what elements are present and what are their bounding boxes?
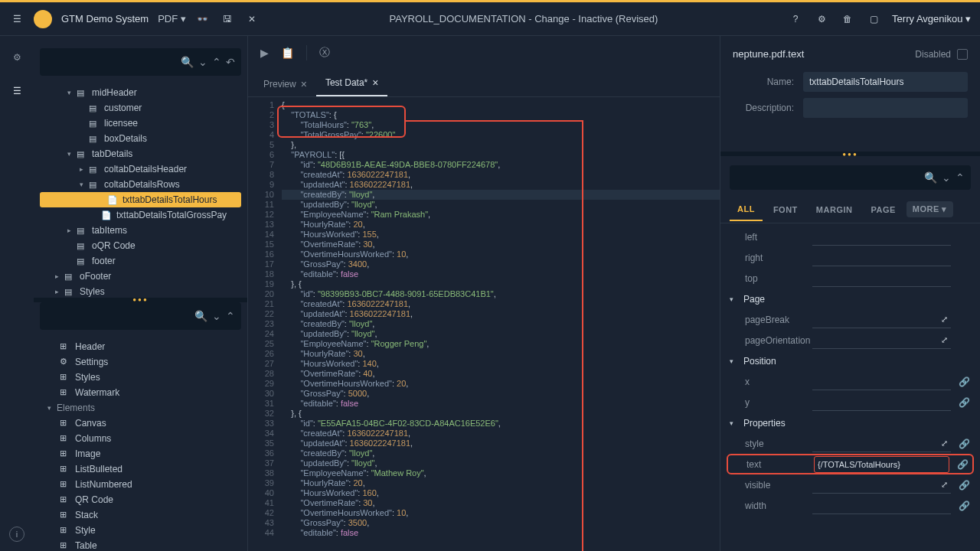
- link-icon[interactable]: 🔗: [957, 499, 971, 513]
- name-field[interactable]: [803, 72, 968, 92]
- prop-tabs: ALLFONTMARGINPAGEMORE ▾: [720, 196, 980, 223]
- prop-tab[interactable]: FONT: [766, 199, 805, 220]
- expand-icon[interactable]: ⤢: [941, 315, 948, 324]
- expand-down-icon[interactable]: ⌄: [942, 171, 951, 184]
- tree-item[interactable]: ▾▤coltabDetailsRows: [34, 177, 247, 192]
- palette-item[interactable]: ⊞Style: [34, 523, 247, 538]
- prop-value[interactable]: [812, 229, 951, 246]
- prop-search-input[interactable]: [736, 172, 920, 184]
- expand-up-icon[interactable]: ⌃: [226, 310, 235, 322]
- palette-item[interactable]: ⊞Stack: [34, 507, 247, 523]
- tree-item[interactable]: ▤boxDetails: [34, 131, 247, 146]
- splitter[interactable]: ●●●: [34, 298, 247, 302]
- help-icon[interactable]: ?: [788, 11, 803, 27]
- hamburger-icon[interactable]: ☰: [9, 11, 24, 27]
- tab[interactable]: Preview×: [254, 72, 316, 96]
- palette-item[interactable]: ⚙Settings: [34, 354, 247, 370]
- palette-item[interactable]: ⊞Watermark: [34, 385, 247, 400]
- close-icon[interactable]: ×: [372, 77, 378, 89]
- search-icon[interactable]: 🔍: [194, 310, 207, 322]
- link-icon[interactable]: 🔗: [957, 478, 971, 492]
- prop-tab[interactable]: PAGE: [863, 199, 903, 220]
- link-icon[interactable]: 🔗: [956, 458, 969, 471]
- tree-item[interactable]: 📄txttabDetailsTotalHours: [40, 192, 241, 207]
- info-icon[interactable]: i: [9, 527, 24, 542]
- tree-item[interactable]: ▤oQR Code: [34, 238, 247, 253]
- expand-icon[interactable]: ⤢: [941, 335, 948, 345]
- settings-icon[interactable]: ⚙: [814, 11, 829, 27]
- prop-group[interactable]: ▾Page: [720, 289, 980, 309]
- tree-item[interactable]: ▤licensee: [34, 116, 247, 131]
- prop-tab[interactable]: MORE ▾: [906, 201, 953, 217]
- palette-item[interactable]: ⊞Image: [34, 446, 247, 461]
- tree-item[interactable]: ▾▤midHeader: [34, 85, 247, 100]
- prop-value[interactable]: ⤢: [812, 332, 951, 349]
- search-icon[interactable]: 🔍: [924, 171, 937, 184]
- expand-icon[interactable]: ⤢: [941, 439, 948, 448]
- list-icon[interactable]: ☰: [8, 82, 26, 100]
- save-icon[interactable]: 🖫: [220, 11, 235, 27]
- prop-value[interactable]: ⤢: [812, 311, 951, 328]
- palette-search-input[interactable]: [46, 311, 190, 321]
- prop-value[interactable]: [812, 497, 951, 514]
- tree-item[interactable]: ▾▤tabDetails: [34, 146, 247, 161]
- link-icon[interactable]: 🔗: [957, 396, 971, 409]
- prop-row: y🔗: [720, 392, 980, 412]
- prop-value[interactable]: [812, 394, 951, 411]
- clear-icon[interactable]: ⓧ: [319, 46, 330, 60]
- tree-item[interactable]: ▤footer: [34, 253, 247, 269]
- palette-item[interactable]: ⊞Canvas: [34, 416, 247, 431]
- prop-value[interactable]: [812, 270, 951, 287]
- prop-value[interactable]: [812, 249, 951, 266]
- splitter[interactable]: ●●●: [720, 152, 980, 156]
- expand-up-icon[interactable]: ⌃: [212, 56, 221, 68]
- tab[interactable]: Test Data*×: [316, 70, 388, 96]
- tree-item[interactable]: ▤customer: [34, 100, 247, 116]
- link-icon[interactable]: 🔗: [957, 375, 971, 389]
- expand-up-icon[interactable]: ⌃: [956, 171, 965, 184]
- panel-icon[interactable]: ▢: [866, 11, 881, 27]
- clipboard-icon[interactable]: 📋: [281, 47, 294, 59]
- username[interactable]: Terry Avgenikou ▾: [892, 13, 971, 24]
- tools-icon[interactable]: ✕: [244, 11, 260, 27]
- prop-value[interactable]: ⤢: [812, 435, 951, 452]
- topbar: ☰ GTM Demo System PDF ▾ 👓 🖫 ✕ PAYROLL_DO…: [0, 2, 980, 36]
- tree-search-input[interactable]: [46, 57, 176, 67]
- gear-icon[interactable]: ⚙: [8, 48, 26, 67]
- avatar[interactable]: [34, 10, 52, 28]
- prop-value[interactable]: {/TOTALS/TotalHours}: [814, 456, 949, 473]
- link-icon[interactable]: 🔗: [957, 437, 971, 451]
- palette-item[interactable]: ⊞ListBulleted: [34, 461, 247, 477]
- description-field[interactable]: [803, 98, 968, 118]
- palette-item[interactable]: ⊞Table: [34, 538, 247, 552]
- undo-icon[interactable]: ↶: [226, 56, 235, 68]
- prop-tab[interactable]: ALL: [730, 198, 763, 221]
- search-icon[interactable]: 🔍: [181, 56, 194, 68]
- expand-icon[interactable]: ⤢: [941, 480, 948, 490]
- pdf-badge[interactable]: PDF ▾: [158, 13, 186, 24]
- glasses-icon[interactable]: 👓: [195, 11, 211, 27]
- palette-item[interactable]: ⊞Columns: [34, 431, 247, 446]
- tree-item[interactable]: ▸▤tabItems: [34, 223, 247, 238]
- trash-icon[interactable]: 🗑: [840, 11, 855, 27]
- code-editor[interactable]: 1234567891011121314151617181920212223242…: [248, 97, 720, 551]
- expand-down-icon[interactable]: ⌄: [212, 310, 221, 322]
- tree-item[interactable]: ▸▤Styles: [34, 284, 247, 298]
- prop-value[interactable]: [812, 373, 951, 390]
- palette-item[interactable]: ⊞ListNumbered: [34, 477, 247, 492]
- tree-item[interactable]: ▸▤coltabDetailsHeader: [34, 161, 247, 177]
- tree-item[interactable]: ▸▤oFooter: [34, 269, 247, 284]
- disabled-checkbox[interactable]: [957, 49, 968, 60]
- expand-down-icon[interactable]: ⌄: [198, 56, 207, 68]
- palette-item[interactable]: ⊞QR Code: [34, 492, 247, 507]
- close-icon[interactable]: ×: [301, 78, 307, 90]
- prop-value[interactable]: ⤢: [812, 477, 951, 494]
- run-icon[interactable]: ▶: [260, 47, 269, 59]
- prop-tab[interactable]: MARGIN: [808, 199, 861, 220]
- prop-group[interactable]: ▾Properties: [720, 412, 980, 433]
- palette-item[interactable]: ⊞Styles: [34, 370, 247, 385]
- prop-group[interactable]: ▾Position: [720, 350, 980, 371]
- tree-item[interactable]: 📄txttabDetailsTotalGrossPay: [34, 207, 247, 223]
- palette-item[interactable]: ⊞Header: [34, 339, 247, 354]
- palette-item[interactable]: ▾Elements: [34, 400, 247, 416]
